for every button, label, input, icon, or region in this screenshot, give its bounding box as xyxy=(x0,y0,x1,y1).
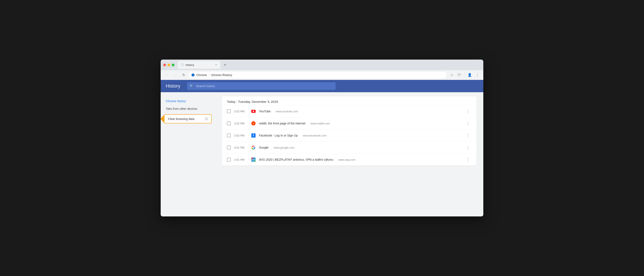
history-header: History 🔍 Search history xyxy=(161,80,483,92)
history-item-checkbox-avg[interactable] xyxy=(227,158,231,162)
history-item-avg[interactable]: 2:01 PM AVG AVG 2020 | BEZPLATNÝ antivir… xyxy=(222,153,476,166)
site-url-reddit: www.reddit.com xyxy=(310,122,330,125)
site-title-google: Google xyxy=(259,146,268,149)
forward-button[interactable]: → xyxy=(172,72,178,78)
history-item-facebook[interactable]: 2:02 PM f Facebook - Log In or Sign Up w… xyxy=(222,129,476,141)
sidebar-item-tabs-from-devices[interactable]: Tabs from other devices xyxy=(161,105,215,113)
back-button[interactable]: ← xyxy=(163,72,170,78)
tabs-from-devices-label: Tabs from other devices xyxy=(166,107,198,110)
time-facebook: 2:02 PM xyxy=(234,134,248,137)
new-tab-button[interactable]: + xyxy=(222,62,228,68)
minimize-window-button[interactable] xyxy=(168,64,170,66)
nav-divider xyxy=(464,72,465,78)
history-item-google[interactable]: 2:01 PM Google xyxy=(222,141,476,153)
sidebar: Chrome history Tabs from other devices C… xyxy=(161,92,215,217)
site-title-avg: AVG 2020 | BEZPLATNÝ antivirus, VPN a la… xyxy=(259,158,333,161)
search-placeholder-text: Search history xyxy=(196,84,215,88)
yellow-arrow-indicator xyxy=(161,115,164,123)
refresh-button[interactable]: ↻ xyxy=(180,72,187,78)
address-url: chrome://history xyxy=(211,73,232,77)
favicon-youtube xyxy=(251,109,256,113)
profile-button[interactable]: 👤 xyxy=(466,72,473,78)
site-title-reddit: reddit: the front page of the internet xyxy=(259,122,306,125)
site-title-youtube: YouTube xyxy=(259,110,271,113)
browser-window: 🕐 History × + ← → ↻ 🔵 Chrome | chrome://… xyxy=(161,59,483,217)
main-content: History 🔍 Search history Chrome history … xyxy=(161,80,483,217)
time-reddit: 2:02 PM xyxy=(234,122,248,125)
history-list: Today - Tuesday, December 3, 2019 2:02 P… xyxy=(215,92,483,217)
browser-tab[interactable]: 🕐 History × xyxy=(178,61,220,69)
maximize-window-button[interactable] xyxy=(172,64,174,66)
history-item-reddit[interactable]: 2:02 PM r reddit: the front page of the … xyxy=(222,117,476,129)
history-item-checkbox-reddit[interactable] xyxy=(227,121,231,125)
time-avg: 2:01 PM xyxy=(234,158,248,161)
clear-browsing-data-button[interactable]: Clear browsing data ⬡ xyxy=(164,114,212,123)
date-header: Today - Tuesday, December 3, 2019 xyxy=(222,96,476,105)
search-bar[interactable]: 🔍 Search history xyxy=(187,82,336,90)
site-title-facebook: Facebook - Log In or Sign Up xyxy=(259,134,298,137)
more-options-facebook[interactable]: ⋮ xyxy=(465,132,472,139)
sidebar-item-chrome-history[interactable]: Chrome history xyxy=(161,97,215,105)
site-url-facebook: www.facebook.com xyxy=(303,134,327,137)
more-options-avg[interactable]: ⋮ xyxy=(465,156,472,163)
history-item-youtube[interactable]: 2:02 PM YouTube www.youtube.com ⋮ xyxy=(222,105,476,117)
clear-browsing-data-label: Clear browsing data xyxy=(168,117,194,121)
title-bar: 🕐 History × + xyxy=(161,59,483,70)
history-page-title: History xyxy=(166,83,180,89)
more-options-google[interactable]: ⋮ xyxy=(465,144,472,151)
time-youtube: 2:02 PM xyxy=(234,110,248,113)
site-url-avg: www.avg.com xyxy=(338,158,355,161)
tab-close-button[interactable]: × xyxy=(214,63,218,66)
traffic-lights xyxy=(163,64,174,66)
history-item-checkbox-google[interactable] xyxy=(227,146,231,149)
site-url-google: www.google.com xyxy=(274,146,294,149)
search-icon: 🔍 xyxy=(190,84,194,88)
history-card: Today - Tuesday, December 3, 2019 2:02 P… xyxy=(222,96,476,166)
nav-bar: ← → ↻ 🔵 Chrome | chrome://history ☆ 🛡 👤 … xyxy=(161,70,483,80)
security-button[interactable]: 🛡 xyxy=(456,72,463,78)
menu-button[interactable]: ⋮ xyxy=(474,72,481,78)
address-separator: | xyxy=(209,73,210,77)
favicon-reddit: r xyxy=(251,121,256,125)
nav-actions: ☆ 🛡 👤 ⋮ xyxy=(448,72,481,78)
tab-favicon-icon: 🕐 xyxy=(180,63,184,66)
history-item-checkbox-youtube[interactable] xyxy=(227,109,231,113)
tab-title: History xyxy=(186,63,194,66)
more-options-youtube[interactable]: ⋮ xyxy=(465,108,472,115)
time-google: 2:01 PM xyxy=(234,146,248,149)
site-url-youtube: www.youtube.com xyxy=(276,110,298,113)
favicon-google xyxy=(251,145,256,150)
more-options-reddit[interactable]: ⋮ xyxy=(465,120,472,127)
bookmark-button[interactable]: ☆ xyxy=(448,72,455,78)
favicon-avg: AVG xyxy=(251,158,256,162)
chrome-logo-icon: 🔵 xyxy=(191,73,195,76)
close-window-button[interactable] xyxy=(163,64,166,66)
content-area: Chrome history Tabs from other devices C… xyxy=(161,92,483,217)
favicon-facebook: f xyxy=(251,133,256,138)
address-site-name: Chrome xyxy=(196,73,207,77)
chrome-history-label: Chrome history xyxy=(166,99,186,103)
external-link-icon: ⬡ xyxy=(205,117,208,121)
address-bar[interactable]: 🔵 Chrome | chrome://history xyxy=(189,72,446,78)
history-item-checkbox-facebook[interactable] xyxy=(227,134,231,137)
